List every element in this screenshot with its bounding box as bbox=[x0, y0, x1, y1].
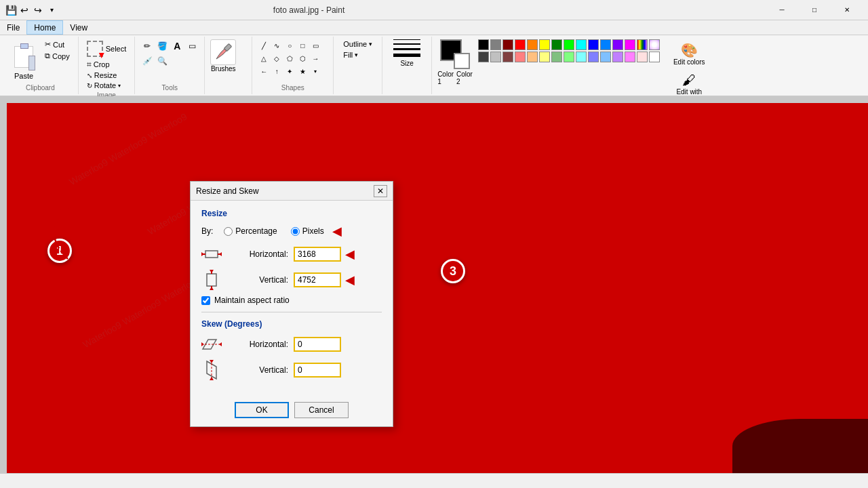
diamond-tool[interactable]: ◇ bbox=[271, 52, 283, 64]
color2-swatch[interactable] bbox=[454, 53, 470, 69]
swatch-periwinkle[interactable] bbox=[588, 52, 599, 62]
swatch-red[interactable] bbox=[515, 39, 526, 50]
copy-button[interactable]: ⧉ Copy bbox=[42, 51, 73, 61]
minimize-button[interactable]: ─ bbox=[766, 0, 797, 20]
swatch-peach[interactable] bbox=[527, 52, 538, 62]
swatch-lightyellow[interactable] bbox=[539, 52, 550, 62]
swatch-lavender[interactable] bbox=[612, 52, 623, 62]
redo-icon[interactable]: ↪ bbox=[33, 5, 43, 16]
oval-tool[interactable]: ○ bbox=[283, 39, 296, 52]
ok-button[interactable]: OK bbox=[235, 402, 289, 418]
swatch-skyblue[interactable] bbox=[600, 52, 611, 62]
percentage-radio-label[interactable]: Percentage bbox=[224, 226, 277, 236]
window-controls[interactable]: ─ □ ✕ bbox=[766, 0, 863, 20]
swatch-lightcyan[interactable] bbox=[576, 52, 587, 62]
menu-view[interactable]: View bbox=[63, 20, 94, 35]
crop-button[interactable]: ⌗ Crop bbox=[84, 59, 130, 70]
dialog-buttons: OK Cancel bbox=[191, 394, 393, 426]
canvas-area: Waterloo9 Waterloo9 Waterloo9 Waterloo9 … bbox=[0, 96, 868, 473]
size-line-2[interactable] bbox=[393, 43, 420, 45]
dialog-body: Resize By: Percentage Pixels ◀ bbox=[191, 201, 393, 394]
rect-tool[interactable]: □ bbox=[296, 39, 309, 52]
menu-home[interactable]: Home bbox=[26, 20, 63, 35]
text-tool[interactable]: A bbox=[170, 39, 184, 53]
canvas-content[interactable]: Waterloo9 Waterloo9 Waterloo9 Waterloo9 … bbox=[7, 103, 868, 473]
vertical-input[interactable] bbox=[294, 272, 341, 287]
swatch-special[interactable] bbox=[649, 39, 660, 50]
skew-horizontal-input[interactable] bbox=[294, 337, 341, 352]
swatch-maroon[interactable] bbox=[502, 52, 513, 62]
horizontal-input[interactable] bbox=[294, 247, 341, 262]
triangle-tool[interactable]: △ bbox=[258, 52, 270, 64]
menu-file[interactable]: File bbox=[0, 20, 26, 35]
arrow-right-tool[interactable]: → bbox=[309, 52, 321, 64]
swatch-darkgray[interactable] bbox=[478, 52, 489, 62]
line-tool[interactable]: ╱ bbox=[258, 39, 270, 52]
rounded-rect-tool[interactable]: ▭ bbox=[309, 39, 321, 52]
fill-button[interactable]: Fill▾ bbox=[339, 50, 376, 60]
pentagon-tool[interactable]: ⬠ bbox=[283, 52, 296, 64]
swatch-white[interactable] bbox=[649, 52, 660, 62]
percentage-radio[interactable] bbox=[224, 227, 233, 236]
dropdown-icon[interactable]: ▾ bbox=[46, 5, 57, 16]
size-line-3[interactable] bbox=[393, 48, 420, 50]
swatch-magenta[interactable] bbox=[625, 39, 635, 50]
close-button[interactable]: ✕ bbox=[831, 0, 863, 20]
dialog-close-button[interactable]: ✕ bbox=[374, 185, 387, 197]
outline-button[interactable]: Outline▾ bbox=[339, 39, 376, 49]
swatch-pink[interactable] bbox=[515, 52, 526, 62]
swatch-verylight[interactable] bbox=[637, 52, 648, 62]
save-icon[interactable]: 💾 bbox=[5, 5, 16, 16]
maximize-button[interactable]: □ bbox=[799, 0, 830, 20]
swatch-black[interactable] bbox=[478, 39, 489, 50]
eraser-tool[interactable]: ▭ bbox=[185, 39, 199, 53]
hexagon-tool[interactable]: ⬡ bbox=[296, 52, 309, 64]
undo-icon[interactable]: ↩ bbox=[19, 5, 30, 16]
pixels-radio-label[interactable]: Pixels bbox=[291, 226, 324, 236]
swatch-palegreen[interactable] bbox=[564, 52, 574, 62]
select-button[interactable]: Select bbox=[84, 39, 130, 58]
swatch-gray[interactable] bbox=[490, 39, 501, 50]
swatch-rainbow[interactable] bbox=[637, 39, 648, 50]
swatch-orange[interactable] bbox=[527, 39, 538, 50]
swatch-lightpink[interactable] bbox=[625, 52, 635, 62]
paste-button[interactable]: Paste bbox=[8, 39, 39, 83]
swatch-cyan[interactable] bbox=[576, 39, 587, 50]
size-selector[interactable] bbox=[393, 39, 420, 57]
swatch-blue[interactable] bbox=[588, 39, 599, 50]
color-picker-tool[interactable]: 💉 bbox=[140, 54, 154, 68]
maintain-aspect-checkbox[interactable] bbox=[201, 296, 210, 305]
cancel-button[interactable]: Cancel bbox=[294, 402, 349, 418]
swatch-yellow[interactable] bbox=[539, 39, 550, 50]
skew-vertical-input[interactable] bbox=[294, 363, 341, 378]
swatch-lime[interactable] bbox=[564, 39, 574, 50]
resize-horizontal-row: Horizontal: ◀ bbox=[201, 244, 382, 264]
status-bar bbox=[0, 473, 868, 488]
pixels-radio[interactable] bbox=[291, 227, 300, 236]
star5-tool[interactable]: ★ bbox=[296, 65, 309, 77]
rotate-button[interactable]: ↻ Rotate ▾ bbox=[84, 81, 130, 90]
brush-selector[interactable] bbox=[210, 39, 236, 65]
fill-tool[interactable]: 🪣 bbox=[155, 39, 169, 53]
quick-access-toolbar[interactable]: 💾 ↩ ↪ ▾ bbox=[5, 5, 57, 16]
swatch-green[interactable] bbox=[551, 39, 562, 50]
swatch-lightgreen[interactable] bbox=[551, 52, 562, 62]
curve-tool[interactable]: ∿ bbox=[271, 39, 283, 52]
arrow-up-tool[interactable]: ↑ bbox=[271, 65, 283, 77]
cut-button[interactable]: ✂ Cut bbox=[42, 39, 73, 49]
swatch-lightblue[interactable] bbox=[600, 39, 611, 50]
resize-button[interactable]: ⤡ Resize bbox=[84, 70, 130, 80]
swatch-purple[interactable] bbox=[612, 39, 623, 50]
size-line-4[interactable] bbox=[393, 54, 420, 57]
edit-colors-button[interactable]: 🎨 Edit colors bbox=[668, 39, 711, 68]
arrow-left-tool[interactable]: ← bbox=[258, 65, 270, 77]
resize-section-title: Resize bbox=[201, 209, 382, 218]
star4-tool[interactable]: ✦ bbox=[283, 65, 296, 77]
magnify-tool[interactable]: 🔍 bbox=[155, 54, 169, 68]
color2-label: Color2 bbox=[456, 70, 473, 85]
swatch-darkred[interactable] bbox=[502, 39, 513, 50]
shapes-expand[interactable]: ▾ bbox=[309, 65, 321, 77]
swatch-silver[interactable] bbox=[490, 52, 501, 62]
size-line-1[interactable] bbox=[393, 39, 420, 40]
pencil-tool[interactable]: ✏ bbox=[140, 39, 154, 53]
